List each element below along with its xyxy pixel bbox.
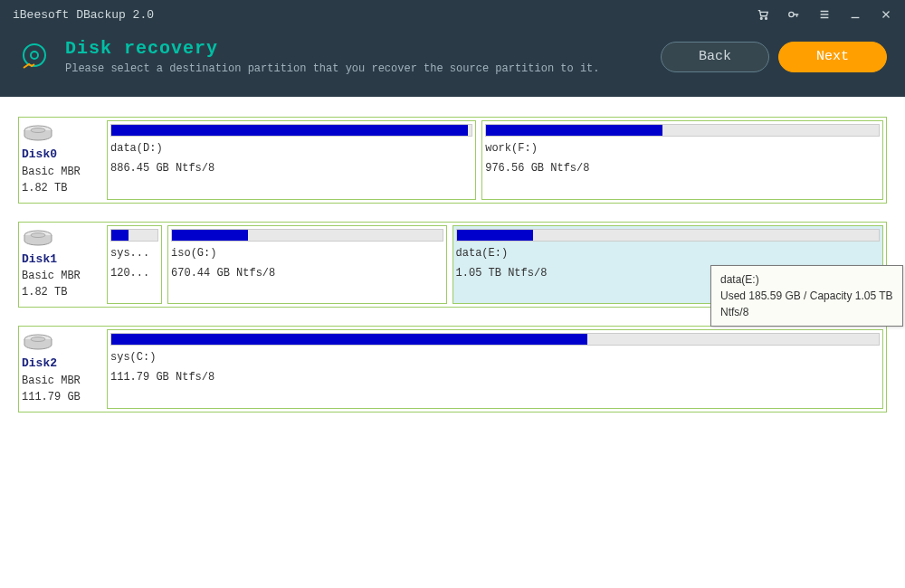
svg-point-8	[31, 232, 45, 237]
usage-bar	[110, 229, 158, 242]
app-title: iBeesoft DBackup 2.0	[13, 8, 154, 22]
hdd-icon	[22, 229, 54, 249]
key-icon[interactable]	[787, 8, 800, 21]
svg-point-6	[31, 128, 45, 133]
header-text: Disk recovery Please select a destinatio…	[65, 38, 646, 75]
tooltip-title: data(E:)	[720, 271, 893, 288]
page-title: Disk recovery	[65, 38, 646, 59]
disk-name: Disk2	[22, 355, 100, 373]
usage-bar	[171, 229, 443, 242]
disk-type: Basic MBR	[22, 164, 100, 180]
disk-size: 1.82 TB	[22, 180, 100, 196]
hdd-icon	[22, 333, 54, 353]
partition-info: 120...	[110, 265, 158, 281]
partition-label: iso(G:)	[171, 245, 443, 261]
disk-row: Disk0Basic MBR1.82 TBdata(D:)886.45 GB N…	[18, 117, 887, 204]
disk-row: Disk2Basic MBR111.79 GBsys(C:)111.79 GB …	[18, 326, 887, 413]
usage-bar	[485, 124, 880, 137]
svg-point-1	[766, 18, 767, 20]
titlebar-controls	[757, 8, 892, 21]
cart-icon[interactable]	[757, 8, 769, 21]
disk-label: Disk0Basic MBR1.82 TB	[22, 120, 101, 200]
disk-size: 1.82 TB	[22, 284, 100, 300]
partition-info: 111.79 GB Ntfs/8	[110, 369, 880, 385]
disk-label: Disk2Basic MBR111.79 GB	[22, 329, 101, 409]
tooltip-fs: Ntfs/8	[720, 304, 893, 320]
svg-point-2	[789, 12, 794, 16]
partition-label: work(F:)	[485, 140, 880, 156]
svg-point-10	[31, 337, 45, 342]
hdd-icon	[22, 124, 54, 144]
partition[interactable]: sys...120...	[107, 225, 162, 305]
usage-bar	[110, 333, 880, 346]
partition[interactable]: iso(G:)670.44 GB Ntfs/8	[167, 225, 447, 305]
disk-name: Disk1	[22, 251, 100, 269]
partition[interactable]: data(D:)886.45 GB Ntfs/8	[107, 120, 476, 200]
next-button[interactable]: Next	[778, 42, 887, 72]
close-icon[interactable]	[880, 8, 892, 21]
menu-icon[interactable]	[818, 8, 831, 21]
disk-type: Basic MBR	[22, 373, 100, 389]
usage-bar	[110, 124, 472, 137]
partition-tooltip: data(E:) Used 185.59 GB / Capacity 1.05 …	[710, 265, 903, 327]
svg-point-4	[31, 52, 38, 59]
page-subtitle: Please select a destination partition th…	[65, 62, 646, 75]
disk-name: Disk0	[22, 146, 100, 164]
back-button[interactable]: Back	[661, 42, 769, 72]
partitions: data(D:)886.45 GB Ntfs/8work(F:)976.56 G…	[107, 120, 883, 200]
disk-size: 111.79 GB	[22, 389, 100, 405]
disk-recovery-icon	[18, 41, 51, 73]
partition-label: sys...	[110, 245, 158, 261]
partition[interactable]: work(F:)976.56 GB Ntfs/8	[481, 120, 883, 200]
usage-bar	[456, 229, 880, 242]
partition-info: 886.45 GB Ntfs/8	[110, 160, 472, 176]
header-buttons: Back Next	[661, 42, 887, 72]
disk-type: Basic MBR	[22, 268, 100, 284]
svg-point-0	[760, 18, 762, 20]
header: Disk recovery Please select a destinatio…	[0, 29, 905, 97]
svg-point-3	[24, 44, 45, 66]
partition-info: 976.56 GB Ntfs/8	[485, 160, 880, 176]
partition-info: 670.44 GB Ntfs/8	[171, 265, 443, 281]
disk-label: Disk1Basic MBR1.82 TB	[22, 225, 101, 305]
titlebar: iBeesoft DBackup 2.0	[0, 0, 905, 29]
partition-label: data(D:)	[110, 140, 472, 156]
partition[interactable]: sys(C:)111.79 GB Ntfs/8	[107, 329, 883, 409]
partition-label: data(E:)	[456, 245, 880, 261]
partitions: sys(C:)111.79 GB Ntfs/8	[107, 329, 883, 409]
partition-label: sys(C:)	[110, 349, 880, 365]
tooltip-usage: Used 185.59 GB / Capacity 1.05 TB	[720, 288, 893, 304]
minimize-icon[interactable]	[849, 8, 862, 21]
